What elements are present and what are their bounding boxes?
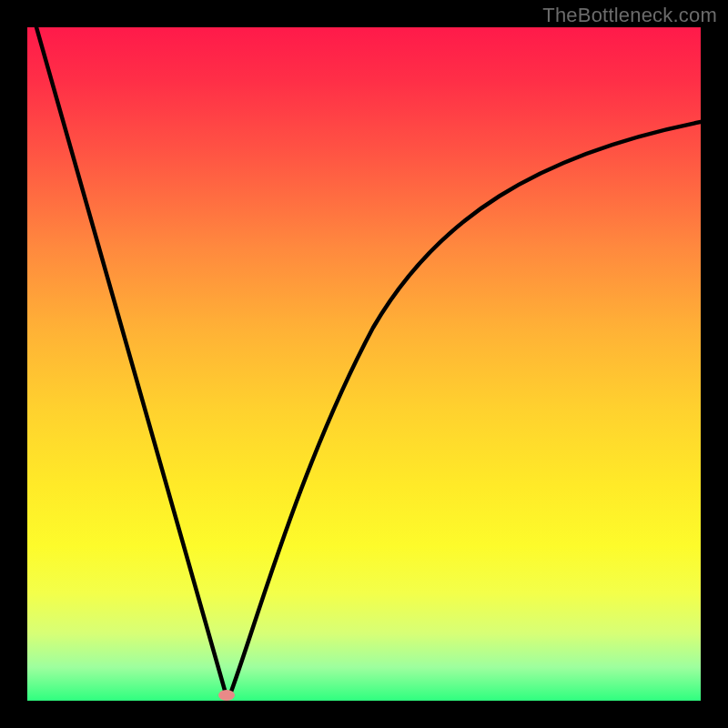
chart-frame: TheBottleneck.com: [0, 0, 728, 728]
watermark-text: TheBottleneck.com: [542, 4, 717, 27]
bottleneck-curve: [27, 27, 701, 701]
minimum-marker: [218, 690, 235, 701]
plot-area: [27, 27, 701, 701]
curve-path: [36, 27, 701, 696]
